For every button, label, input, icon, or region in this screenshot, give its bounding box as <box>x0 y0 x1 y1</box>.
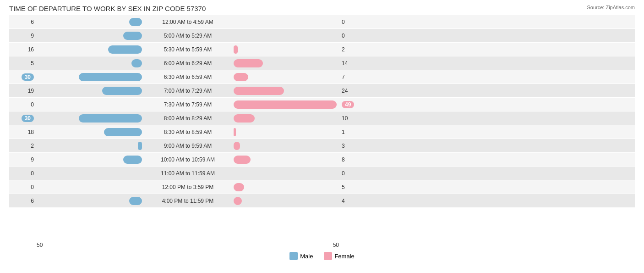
female-value: 2 <box>342 46 345 53</box>
legend-female-color <box>324 252 332 260</box>
left-bar-container <box>37 169 142 178</box>
female-bar <box>234 128 236 136</box>
left-bar-container <box>37 142 142 150</box>
female-value: 0 <box>342 19 345 25</box>
axis-labels: 50 50 <box>9 242 635 248</box>
time-label: 5:30 AM to 5:59 AM <box>142 46 234 53</box>
right-value-cell: 1 <box>339 129 362 135</box>
time-label: 12:00 PM to 3:59 PM <box>142 184 234 190</box>
female-value: 0 <box>342 33 345 39</box>
chart-row: 30 6:30 AM to 6:59 AM 7 <box>9 70 635 84</box>
left-bar-container <box>37 73 142 81</box>
left-bar-container <box>37 18 142 26</box>
female-value: 4 <box>342 198 345 204</box>
male-bar <box>129 18 142 26</box>
left-bar-container <box>37 197 142 205</box>
left-value-cell: 30 <box>9 115 37 122</box>
right-bar-container <box>234 18 339 26</box>
right-bar-container <box>234 156 339 164</box>
chart-row: 0 11:00 AM to 11:59 AM 0 <box>9 167 635 180</box>
left-value-cell: 9 <box>9 33 37 39</box>
left-bar-container <box>37 100 142 109</box>
left-bar-container <box>37 128 142 136</box>
right-bar-container <box>234 73 339 81</box>
male-value: 16 <box>28 46 34 53</box>
female-bar <box>234 197 242 205</box>
chart-row: 6 4:00 PM to 11:59 PM 4 <box>9 194 635 207</box>
time-label: 6:30 AM to 6:59 AM <box>142 74 234 80</box>
left-bar-container <box>37 45 142 54</box>
legend-male-color <box>289 252 298 260</box>
right-value-cell: 0 <box>339 19 362 25</box>
right-value-cell: 49 <box>339 101 362 108</box>
right-value-cell: 7 <box>339 74 362 80</box>
right-value-cell: 0 <box>339 170 362 177</box>
chart-row: 0 7:30 AM to 7:59 AM 49 <box>9 98 635 111</box>
right-value-cell: 0 <box>339 33 362 39</box>
male-bar <box>102 87 142 95</box>
chart-area: 6 12:00 AM to 4:59 AM 0 9 5:00 AM to 5:2… <box>9 15 635 240</box>
male-bar <box>129 197 142 205</box>
female-value: 10 <box>342 115 348 122</box>
female-value: 3 <box>342 143 345 149</box>
male-value: 6 <box>31 19 34 25</box>
legend-female-label: Female <box>334 253 354 260</box>
right-bar-container <box>234 183 339 191</box>
right-bar-container <box>234 87 339 95</box>
male-value: 2 <box>31 143 34 149</box>
female-value: 24 <box>342 88 348 94</box>
male-bar <box>123 156 142 164</box>
chart-row: 9 5:00 AM to 5:29 AM 0 <box>9 29 635 42</box>
male-value: 6 <box>31 198 34 204</box>
left-bar-container <box>37 59 142 67</box>
left-value-cell: 19 <box>9 88 37 94</box>
left-value-cell: 30 <box>9 73 37 81</box>
male-value-bubble: 30 <box>22 115 34 122</box>
male-value: 9 <box>31 33 34 39</box>
left-bar-container <box>37 183 142 191</box>
right-value-cell: 14 <box>339 60 362 67</box>
time-label: 5:00 AM to 5:29 AM <box>142 33 234 39</box>
right-value-cell: 10 <box>339 115 362 122</box>
male-bar <box>123 32 142 40</box>
time-label: 4:00 PM to 11:59 PM <box>142 198 234 204</box>
time-label: 7:30 AM to 7:59 AM <box>142 101 234 108</box>
left-bar-container <box>37 32 142 40</box>
right-value-cell: 3 <box>339 143 362 149</box>
female-bar <box>234 142 240 150</box>
female-bar <box>234 73 248 81</box>
time-label: 11:00 AM to 11:59 AM <box>142 170 234 177</box>
left-value-cell: 6 <box>9 198 37 204</box>
right-bar-container <box>234 32 339 40</box>
female-bar <box>234 114 255 123</box>
right-value-cell: 2 <box>339 46 362 53</box>
right-value-cell: 24 <box>339 88 362 94</box>
chart-container: TIME OF DEPARTURE TO WORK BY SEX IN ZIP … <box>0 0 644 273</box>
left-value-cell: 16 <box>9 46 37 53</box>
axis-left: 50 <box>37 242 142 248</box>
time-label: 8:00 AM to 8:29 AM <box>142 115 234 122</box>
male-value: 0 <box>31 101 34 108</box>
male-value: 9 <box>31 156 34 163</box>
male-bar <box>104 128 142 136</box>
legend-male-label: Male <box>300 253 313 260</box>
male-value: 18 <box>28 129 34 135</box>
time-label: 9:00 AM to 9:59 AM <box>142 143 234 149</box>
female-bar <box>234 45 238 54</box>
right-bar-container <box>234 114 339 123</box>
time-label: 8:30 AM to 8:59 AM <box>142 129 234 135</box>
chart-row: 19 7:00 AM to 7:29 AM 24 <box>9 84 635 97</box>
right-bar-container <box>234 197 339 205</box>
right-value-cell: 4 <box>339 198 362 204</box>
legend: Male Female <box>9 252 635 260</box>
chart-title: TIME OF DEPARTURE TO WORK BY SEX IN ZIP … <box>9 5 635 12</box>
female-value: 1 <box>342 129 345 135</box>
female-bar <box>234 87 284 95</box>
male-value-bubble: 30 <box>22 73 34 81</box>
legend-female: Female <box>324 252 354 260</box>
male-bar <box>79 114 142 123</box>
female-bar <box>234 100 337 109</box>
female-value: 8 <box>342 156 345 163</box>
axis-right: 50 <box>234 242 339 248</box>
chart-row: 0 12:00 PM to 3:59 PM 5 <box>9 180 635 194</box>
